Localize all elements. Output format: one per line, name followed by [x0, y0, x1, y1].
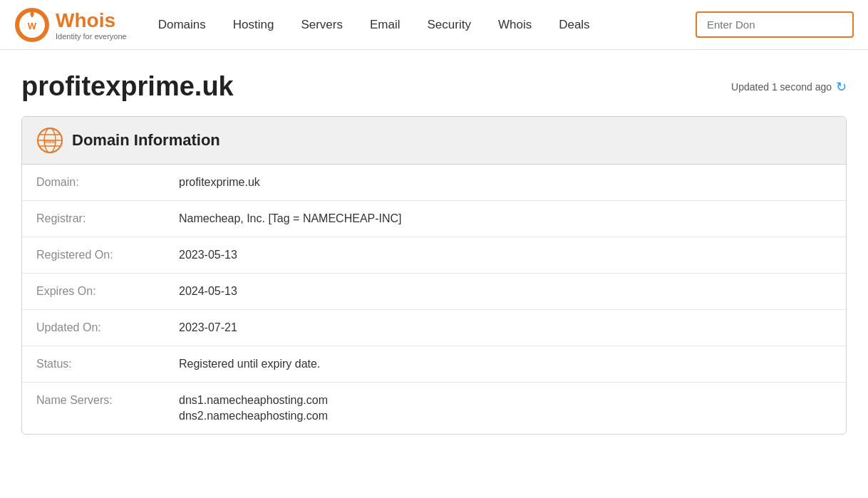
value-name-servers: dns1.namecheaphosting.com dns2.namecheap… — [179, 394, 328, 422]
label-expires-on: Expires On: — [36, 285, 179, 298]
logo-icon: W — [14, 7, 50, 43]
updated-label: Updated 1 second ago ↻ — [731, 79, 847, 95]
info-row-expires-on: Expires On: 2024-05-13 — [22, 274, 846, 310]
domain-info-card: www Domain Information Domain: profitexp… — [21, 116, 847, 435]
nav-item-email[interactable]: Email — [360, 12, 410, 38]
refresh-icon[interactable]: ↻ — [836, 79, 847, 95]
nav-item-domains[interactable]: Domains — [148, 12, 216, 38]
info-row-status: Status: Registered until expiry date. — [22, 346, 846, 383]
domain-title-row: profitexprime.uk Updated 1 second ago ↻ — [21, 71, 847, 102]
label-registrar: Registrar: — [36, 212, 179, 225]
value-registrar: Namecheap, Inc. [Tag = NAMECHEAP-INC] — [179, 212, 402, 225]
svg-text:www: www — [43, 139, 56, 144]
info-row-domain: Domain: profitexprime.uk — [22, 165, 846, 201]
label-registered-on: Registered On: — [36, 249, 179, 261]
domain-title: profitexprime.uk — [21, 71, 234, 102]
nav-item-hosting[interactable]: Hosting — [223, 12, 284, 38]
name-server-1: dns1.namecheaphosting.com — [179, 394, 328, 407]
www-icon: www — [36, 127, 63, 154]
logo-link[interactable]: W Whois Identity for everyone — [14, 7, 127, 43]
main-content: profitexprime.uk Updated 1 second ago ↻ … — [0, 50, 868, 456]
logo-whois-label: Whois — [56, 9, 127, 32]
label-updated-on: Updated On: — [36, 321, 179, 334]
info-row-name-servers: Name Servers: dns1.namecheaphosting.com … — [22, 383, 846, 434]
value-updated-on: 2023-07-21 — [179, 321, 237, 334]
value-registered-on: 2023-05-13 — [179, 249, 237, 261]
value-status: Registered until expiry date. — [179, 358, 320, 370]
info-row-updated-on: Updated On: 2023-07-21 — [22, 310, 846, 346]
svg-text:W: W — [28, 21, 37, 31]
nav-item-security[interactable]: Security — [418, 12, 481, 38]
card-header: www Domain Information — [22, 117, 846, 165]
domain-search-input[interactable] — [696, 11, 854, 38]
nav-item-whois[interactable]: Whois — [488, 12, 542, 38]
updated-text: Updated 1 second ago — [731, 81, 832, 93]
info-row-registrar: Registrar: Namecheap, Inc. [Tag = NAMECH… — [22, 201, 846, 237]
value-expires-on: 2024-05-13 — [179, 285, 237, 298]
label-status: Status: — [36, 358, 179, 370]
name-server-2: dns2.namecheaphosting.com — [179, 410, 328, 422]
logo-tagline-label: Identity for everyone — [56, 32, 127, 41]
nav-item-deals[interactable]: Deals — [549, 12, 599, 38]
info-row-registered-on: Registered On: 2023-05-13 — [22, 237, 846, 274]
nav-item-servers[interactable]: Servers — [291, 12, 353, 38]
logo-text: Whois Identity for everyone — [56, 9, 127, 41]
main-nav: Domains Hosting Servers Email Security W… — [148, 12, 696, 38]
card-header-title: Domain Information — [72, 131, 220, 150]
label-name-servers: Name Servers: — [36, 394, 179, 422]
label-domain: Domain: — [36, 176, 179, 189]
header: W Whois Identity for everyone Domains Ho… — [0, 0, 868, 50]
value-domain: profitexprime.uk — [179, 176, 260, 189]
